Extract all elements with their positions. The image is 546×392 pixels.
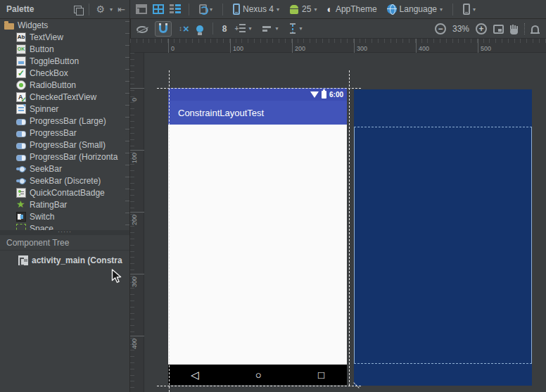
gear-icon[interactable]: ⚙ <box>96 4 106 14</box>
palette-group-widgets[interactable]: Widgets <box>0 19 129 31</box>
guidelines-button[interactable]: ▾ <box>234 23 253 35</box>
chevron-down-icon: ▾ <box>314 6 317 13</box>
autoconnect-button[interactable] <box>155 21 172 37</box>
component-tree-items: activity_main (Constra <box>0 251 129 265</box>
button-icon <box>16 44 26 54</box>
infer-constraints-icon[interactable] <box>196 25 203 32</box>
zoom-in-button[interactable]: + <box>476 23 487 34</box>
nav-home-icon: ○ <box>255 369 262 380</box>
palette-item[interactable]: ProgressBar (Small) <box>0 139 129 151</box>
palette-item[interactable]: ProgressBar (Horizonta <box>0 151 129 163</box>
pan-icon[interactable] <box>510 29 518 34</box>
palette-item[interactable]: SeekBar (Discrete) <box>0 175 129 186</box>
palette-item[interactable]: Button <box>0 43 129 55</box>
pack-button[interactable]: ▾ <box>287 22 304 35</box>
android-icon <box>289 5 299 14</box>
palette-item-label: RatingBar <box>30 200 67 210</box>
api-version-selector[interactable]: 25 ▾ <box>287 3 319 15</box>
battery-icon <box>322 91 326 99</box>
palette-item[interactable]: CheckBox <box>0 67 129 79</box>
palette-item-label: ProgressBar (Small) <box>30 140 106 150</box>
selection-dash-left <box>169 70 170 392</box>
palette-item[interactable]: CheckedTextView <box>0 91 129 103</box>
separator <box>89 4 89 15</box>
palette-item[interactable]: ToggleButton <box>0 55 129 67</box>
zoom-level: 33% <box>452 24 469 34</box>
palette-item[interactable]: TextView <box>0 31 129 43</box>
checkbox-icon <box>16 68 26 78</box>
clear-constraints-icon[interactable]: ↕ × <box>179 24 189 34</box>
palette-item-label: SeekBar (Discrete) <box>30 176 101 186</box>
device-icon <box>463 4 470 15</box>
palette-item-label: QuickContactBadge <box>30 188 105 198</box>
notifications-bell-icon[interactable] <box>531 25 539 32</box>
pin-icon[interactable]: ⇤ <box>118 5 125 14</box>
constraintlayout-icon <box>18 255 28 265</box>
design-canvas[interactable]: 0100200300400500 0100200300400 6:00 Cons… <box>130 39 546 392</box>
blueprint-view-device[interactable] <box>354 89 532 386</box>
separator <box>452 4 453 15</box>
left-panel: Widgets TextView Button ToggleButton <box>0 19 130 392</box>
palette-item-label: Spinner <box>30 104 58 114</box>
palette-edge-ticks <box>125 21 129 230</box>
mouse-cursor <box>111 269 122 284</box>
align-icon <box>262 25 272 33</box>
language-selector[interactable]: Language ▾ <box>385 3 445 15</box>
palette-group-label: Widgets <box>18 20 48 30</box>
align-button[interactable]: ▾ <box>260 23 280 34</box>
component-tree-item[interactable]: activity_main (Constra <box>0 251 129 265</box>
palette-item[interactable]: QuickContactBadge <box>0 186 129 198</box>
show-constraints-icon[interactable] <box>136 26 148 33</box>
status-time: 6:00 <box>329 91 343 99</box>
palette-item-label: Button <box>30 44 54 54</box>
blueprint-root-layout[interactable] <box>354 127 532 364</box>
palette-item-label: RadioButton <box>30 80 76 90</box>
chevron-down-icon: ▾ <box>110 6 113 13</box>
nav-back-icon: ◁ <box>191 369 199 380</box>
palette-item-label: ToggleButton <box>30 56 79 66</box>
palette-item[interactable]: RatingBar <box>0 198 129 210</box>
separator <box>212 23 213 34</box>
progressbar-icon <box>16 128 26 138</box>
component-tree-title: Component Tree <box>6 238 129 248</box>
checkedtextview-icon <box>16 92 26 102</box>
chevron-down-icon: ▾ <box>277 6 279 13</box>
palette-items: TextView Button ToggleButton CheckBox Ra… <box>0 31 129 230</box>
zoom-out-button[interactable]: − <box>435 23 446 34</box>
api-level: 25 <box>302 4 311 14</box>
progressbar-icon <box>16 152 26 162</box>
folder-icon <box>4 23 14 30</box>
copy-icon[interactable] <box>74 6 82 13</box>
palette-item[interactable]: Spinner <box>0 103 129 115</box>
ratingbar-icon <box>16 200 26 210</box>
design-view-icon[interactable] <box>136 4 147 14</box>
zoom-to-fit-icon[interactable] <box>493 25 504 34</box>
progressbar-icon <box>16 140 26 150</box>
palette-item[interactable]: Switch <box>0 210 129 222</box>
radiobutton-icon <box>16 80 26 90</box>
default-margin-value[interactable]: 8 <box>222 24 227 34</box>
palette-item-label: SeekBar <box>30 164 62 174</box>
theme-selector[interactable]: ◐ AppTheme <box>324 3 379 15</box>
both-views-icon[interactable] <box>170 4 181 14</box>
panel-splitter[interactable]: ····· <box>0 230 129 235</box>
palette-item[interactable]: ProgressBar (Large) <box>0 115 129 127</box>
palette-item[interactable]: ProgressBar <box>0 127 129 139</box>
palette-item-label: CheckedTextView <box>30 92 96 102</box>
togglebutton-icon <box>16 56 26 66</box>
blueprint-view-icon[interactable] <box>153 4 164 14</box>
palette-item[interactable]: RadioButton <box>0 79 129 91</box>
vertical-ruler: 0100200300400 <box>130 53 144 392</box>
design-view-device[interactable]: 6:00 ConstraintLayoutTest ◁ ○ □ <box>168 88 347 385</box>
orientation-button[interactable]: ▾ <box>197 3 215 15</box>
layout-content-area[interactable] <box>168 125 347 365</box>
progressbar-icon <box>16 116 26 126</box>
virtual-device-selector[interactable]: ▾ <box>461 2 478 16</box>
palette-item[interactable]: SeekBar <box>0 163 129 175</box>
textview-icon <box>16 32 26 42</box>
selection-dash-top <box>157 88 361 89</box>
device-selector[interactable]: Nexus 4 ▾ <box>231 2 281 16</box>
pack-icon <box>289 23 296 34</box>
seekbar-icon <box>16 164 26 174</box>
theme-label: AppTheme <box>336 4 377 14</box>
